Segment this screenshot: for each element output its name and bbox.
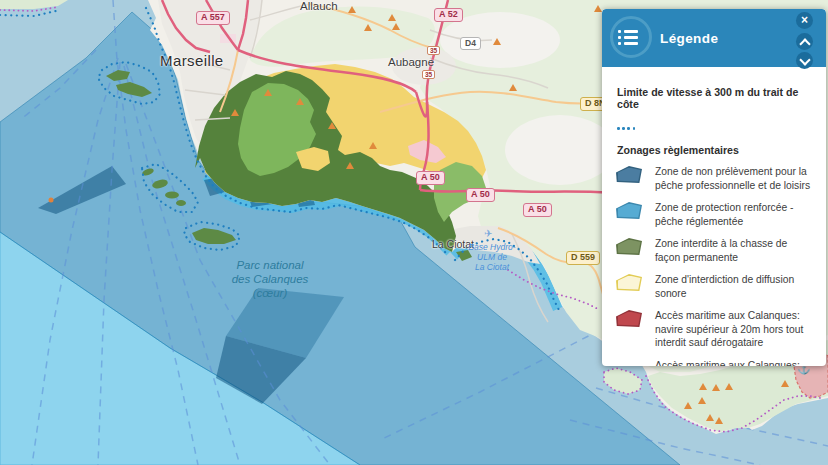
legend-item-label: Zone de non prélèvement pour la pêche pr… (655, 165, 812, 192)
legend-title: Légende (660, 31, 718, 46)
buoy-marker (49, 198, 54, 203)
chevron-up-icon (799, 38, 810, 49)
zone-swatch (616, 274, 642, 291)
legend-header: Légende × (602, 9, 826, 67)
close-icon: × (796, 12, 813, 28)
shield-a50-1: A 50 (416, 171, 445, 185)
zone-swatch (616, 166, 642, 183)
collapse-button[interactable] (796, 33, 813, 50)
legend-item-label: Zone d'interdiction de diffusion sonore (655, 273, 812, 300)
shield-a50-2: A 50 (466, 188, 495, 202)
legend-item: Zone d'interdiction de diffusion sonore (616, 273, 812, 300)
legend-item-label: Zone de protection renforcée - pêche rég… (655, 201, 812, 228)
close-button[interactable]: × (796, 12, 813, 29)
zone-swatch (616, 202, 642, 219)
zone-swatch (616, 310, 642, 327)
zone-swatch (616, 238, 642, 255)
expand-button[interactable] (796, 52, 813, 69)
shield-d559: D 559 (566, 251, 600, 265)
legend-item: Zone de non prélèvement pour la pêche pr… (616, 165, 812, 192)
legend-item: Accès maritime aux Calanques: (616, 359, 812, 367)
legend-item-label: Zone interdite à la chasse de façon perm… (655, 237, 812, 264)
legend-item-label: Accès maritime aux Calanques: navire sup… (655, 309, 812, 350)
map-application: Marseille Allauch Aubagne La Ciotat Parc… (0, 0, 828, 465)
legend-item: Accès maritime aux Calanques: navire sup… (616, 309, 812, 350)
exit-badge-35a: 35 (427, 46, 440, 55)
legend-item-label: Accès maritime aux Calanques: (655, 359, 800, 367)
exit-badge-35b: 35 (422, 70, 435, 79)
shield-a52: A 52 (434, 8, 463, 22)
legend-panel: Légende × Limite de vitesse à 300 m du t… (602, 9, 826, 366)
shield-a557: A 557 (196, 11, 230, 25)
speed-limit-symbol (617, 127, 812, 131)
shield-d4: D4 (460, 37, 481, 50)
legend-item: Zone interdite à la chasse de façon perm… (616, 237, 812, 264)
chevron-down-icon (799, 54, 810, 65)
speed-limit-heading: Limite de vitesse à 300 m du trait de cô… (617, 86, 812, 110)
shield-a50-3: A 50 (523, 203, 552, 217)
legend-item: Zone de protection renforcée - pêche rég… (616, 201, 812, 228)
legend-menu-button[interactable] (610, 16, 652, 58)
legend-body: Limite de vitesse à 300 m du trait de cô… (602, 67, 826, 366)
zonages-heading: Zonages règlementaires (617, 144, 812, 156)
